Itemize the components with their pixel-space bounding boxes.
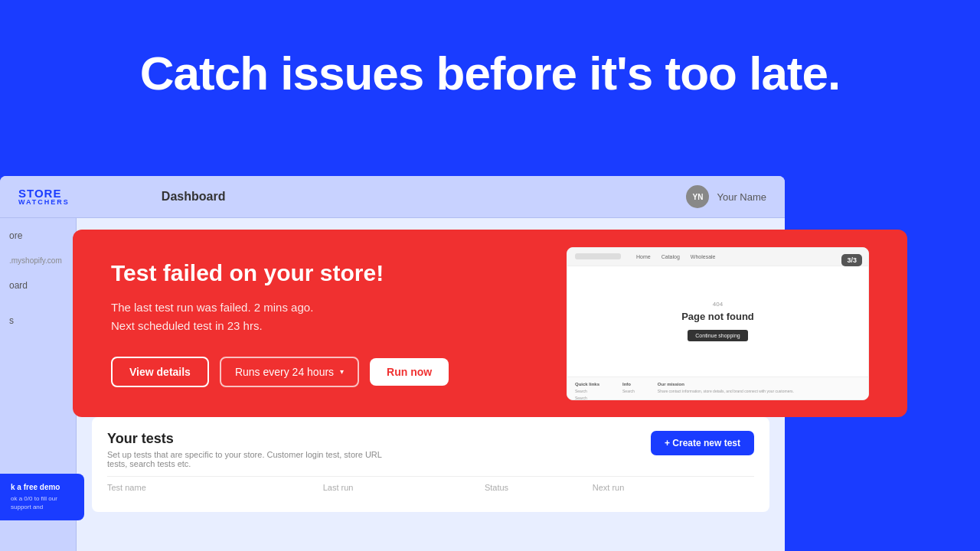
footer-info: Info Search [622, 382, 635, 393]
sidebar-store-label: ore [9, 230, 22, 241]
preview-logo [575, 253, 621, 259]
schedule-label: Runs every 24 hours [235, 366, 334, 378]
your-tests-desc: Set up tests that are specific to your s… [107, 450, 398, 468]
preview-error-code: 404 [713, 301, 723, 308]
logo: STORE WATCHERS [18, 187, 70, 206]
preview-badge: 3/3 [841, 254, 862, 266]
footer-quick-links: Quick links Search Search [575, 382, 599, 400]
sidebar-item-label: s [9, 315, 14, 326]
col-test-name: Test name [107, 483, 323, 492]
demo-button[interactable]: k a free demo ok a 0/0 to fill our suppo… [0, 474, 84, 520]
chevron-down-icon: ▾ [340, 367, 344, 376]
nav-wholesale: Wholesale [691, 254, 716, 259]
col-next-run: Next run [593, 483, 754, 492]
dashboard-title: Dashboard [162, 190, 226, 204]
nav-catalog: Catalog [662, 254, 680, 259]
preview-header: Home Catalog Wholesale [567, 248, 868, 266]
preview-nav: Home Catalog Wholesale [636, 254, 716, 259]
alert-content: Test failed on your store! The last test… [111, 260, 536, 387]
sidebar-store-url: .myshopify.com [0, 253, 76, 268]
demo-text: ok a 0/0 to fill our support and [11, 494, 74, 511]
col-status: Status [485, 483, 593, 492]
nav-home: Home [636, 254, 651, 259]
create-new-test-button[interactable]: + Create new test [651, 431, 754, 455]
sidebar-item-store[interactable]: ore [0, 218, 76, 253]
sidebar-item-dashboard[interactable]: oard [0, 268, 76, 303]
alert-actions: View details Runs every 24 hours ▾ Run n… [111, 357, 536, 387]
run-now-button[interactable]: Run now [370, 358, 449, 386]
col-last-run: Last run [323, 483, 485, 492]
schedule-button[interactable]: Runs every 24 hours ▾ [220, 357, 359, 387]
your-tests-bg: Your tests Set up tests that are specifi… [92, 417, 769, 512]
logo-watchers: WATCHERS [18, 199, 70, 206]
your-tests-title: Your tests [107, 431, 398, 447]
logo-store: STORE [18, 187, 70, 199]
sidebar-item-other[interactable]: s [0, 303, 76, 338]
preview-footer: Quick links Search Search Info Search Ou… [567, 377, 868, 399]
hero-heading: Catch issues before it's too late. [0, 46, 980, 100]
user-name: Your Name [717, 191, 766, 203]
demo-title: k a free demo [11, 483, 74, 491]
preview-continue-btn: Continue shopping [688, 330, 747, 341]
hero-section: Catch issues before it's too late. [0, 46, 980, 100]
preview-content: 404 Page not found Continue shopping [567, 266, 868, 377]
footer-mission: Our mission Share contact information, s… [658, 382, 794, 393]
sidebar-item-label: oard [9, 280, 28, 291]
alert-card: Test failed on your store! The last test… [73, 230, 907, 417]
view-details-button[interactable]: View details [111, 357, 209, 387]
user-info: YN Your Name [686, 185, 766, 208]
dashboard-header: STORE WATCHERS Dashboard YN Your Name [0, 176, 785, 218]
screenshot-preview: Home Catalog Wholesale 404 Page not foun… [567, 247, 869, 400]
avatar: YN [686, 185, 709, 208]
alert-title: Test failed on your store! [111, 260, 536, 286]
alert-description: The last test run was failed. 2 mins ago… [111, 298, 536, 335]
preview-page-not-found: Page not found [681, 311, 754, 322]
